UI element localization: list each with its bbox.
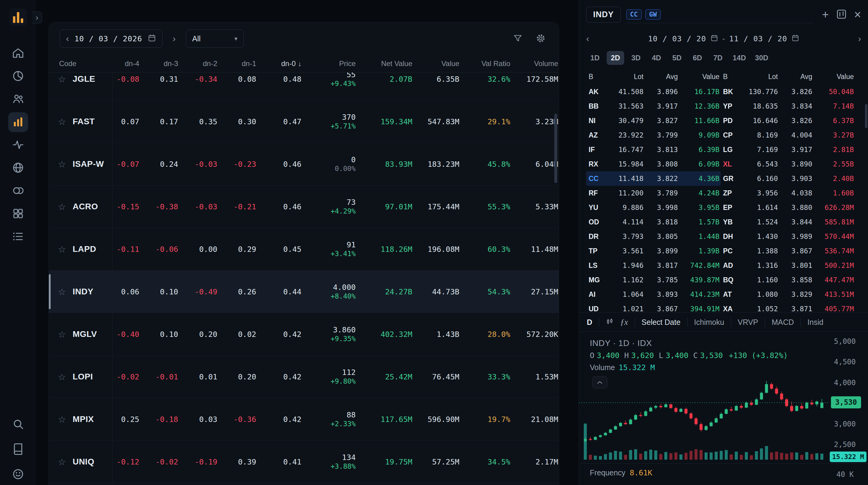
broker-row[interactable]: GR6.1603.9032.40B <box>721 171 855 186</box>
filter-button[interactable] <box>510 31 525 46</box>
sidebar-item-search[interactable] <box>8 415 28 434</box>
broker-row[interactable]: RX15.9843.8086.09B <box>586 157 721 171</box>
indicator-macd[interactable]: MACD <box>772 318 794 327</box>
broker-scrollbar[interactable] <box>865 104 867 128</box>
favorite-star-icon[interactable]: ☆ <box>58 287 66 297</box>
broker-row[interactable]: AD1.3163.801500.21M <box>721 258 855 273</box>
table-row[interactable]: ☆LAPD-0.11-0.060.000.290.4591+3.41%118.2… <box>49 228 559 270</box>
broker-row[interactable]: UD1.0213.867394.91M <box>586 302 721 312</box>
calendar-icon[interactable] <box>792 34 799 43</box>
range-prev-button[interactable]: ‹ <box>586 34 589 43</box>
favorite-star-icon[interactable]: ☆ <box>58 201 66 212</box>
table-row[interactable]: ☆MGLV-0.400.100.200.020.423.860+9.35%402… <box>49 313 559 355</box>
table-row[interactable]: ☆FAST0.070.170.350.300.47370+5.71%159.34… <box>49 101 559 143</box>
favorite-star-icon[interactable]: ☆ <box>58 116 66 127</box>
close-icon[interactable]: × <box>854 8 861 21</box>
favorite-star-icon[interactable]: ☆ <box>58 74 66 84</box>
broker-row[interactable]: MG1.1623.785439.87M <box>586 273 721 287</box>
broker-row[interactable]: CP8.1694.0043.27B <box>721 128 855 142</box>
broker-row[interactable]: CC11.4183.8224.36B <box>586 171 721 186</box>
broker-row[interactable]: DH1.4303.989570.44M <box>721 229 855 244</box>
vertical-scrollbar[interactable] <box>554 114 557 183</box>
broker-row[interactable]: XA1.0523.871405.77M <box>721 302 855 312</box>
select-date-button[interactable]: Select Date <box>642 318 681 327</box>
app-logo[interactable] <box>9 8 27 26</box>
broker-row[interactable]: TP3.5613.8991.39B <box>586 244 721 258</box>
column-header-dn-3[interactable]: dn-3 <box>140 59 179 68</box>
column-header-dn-2[interactable]: dn-2 <box>179 59 218 68</box>
calendar-icon[interactable] <box>710 34 718 43</box>
broker-tag-input[interactable]: CCGW <box>626 6 814 23</box>
sidebar-item-docs[interactable] <box>8 439 28 459</box>
sidebar-expand-button[interactable]: › <box>32 11 42 24</box>
broker-tag-cc[interactable]: CC <box>626 9 642 20</box>
table-row[interactable]: ☆MPIX0.25-0.180.03-0.360.4288+2.33%117.6… <box>49 398 559 441</box>
range-6d[interactable]: 6D <box>689 51 706 65</box>
sidebar-item-portfolio[interactable] <box>8 66 28 86</box>
column-header-value[interactable]: Value <box>413 59 460 68</box>
indicator-vrvp[interactable]: VRVP <box>738 318 758 327</box>
collapse-legend-button[interactable] <box>592 376 607 389</box>
symbol-input[interactable]: INDY <box>586 7 621 23</box>
favorite-star-icon[interactable]: ☆ <box>58 457 66 467</box>
column-header-dn-1[interactable]: dn-1 <box>218 59 257 68</box>
broker-row[interactable]: LS1.9463.817742.84M <box>586 258 721 273</box>
table-row[interactable]: ☆UNIQ-0.12-0.02-0.190.390.41134+3.88%19.… <box>49 441 559 483</box>
favorite-star-icon[interactable]: ☆ <box>58 244 66 255</box>
broker-row[interactable]: PC1.3883.867536.74M <box>721 244 855 258</box>
interval-select[interactable]: D <box>587 318 592 327</box>
broker-row[interactable]: BK130.7763.82650.04B <box>721 84 855 99</box>
candlestick-style-icon[interactable] <box>606 318 614 327</box>
broker-row[interactable]: BB31.5633.91712.36B <box>586 99 721 113</box>
range-14d[interactable]: 14D <box>730 51 749 65</box>
indicator-insid[interactable]: Insid <box>807 318 824 327</box>
broker-row[interactable]: IF16.7473.8136.39B <box>586 142 721 157</box>
sidebar-item-global[interactable] <box>8 158 28 178</box>
broker-row[interactable]: AT1.0803.829413.51M <box>721 287 855 302</box>
broker-row[interactable]: BQ1.1603.858447.47M <box>721 273 855 287</box>
range-2d[interactable]: 2D <box>607 51 624 65</box>
broker-row[interactable]: RF11.2003.7894.24B <box>586 186 721 200</box>
column-header-dn-0[interactable]: dn-0↓ <box>257 59 302 68</box>
table-row[interactable]: ☆INDY0.060.10-0.490.260.444.000+8.40%24.… <box>49 270 559 313</box>
range-4d[interactable]: 4D <box>648 51 665 65</box>
date-picker[interactable]: ‹ 10 / 03 / 2026 <box>60 30 162 48</box>
broker-row[interactable]: PD16.6463.8266.37B <box>721 113 855 128</box>
favorite-star-icon[interactable]: ☆ <box>58 329 66 340</box>
broker-row[interactable]: LG7.1693.9172.81B <box>721 142 855 157</box>
favorite-star-icon[interactable]: ☆ <box>58 414 66 425</box>
add-button[interactable]: + <box>822 9 829 20</box>
broker-tag-gw[interactable]: GW <box>645 9 661 20</box>
sidebar-item-grid[interactable] <box>8 204 28 224</box>
prev-date-button[interactable]: ‹ <box>66 34 69 43</box>
table-row[interactable]: ☆JGLE-0.080.31-0.340.080.4855+9.43%2.07B… <box>49 73 559 101</box>
board-filter-select[interactable]: All ▾ <box>186 30 244 48</box>
sidebar-item-activity[interactable] <box>8 135 28 155</box>
sidebar-item-screener[interactable] <box>8 112 28 132</box>
broker-row[interactable]: YP18.6353.8347.14B <box>721 99 855 113</box>
sidebar-item-watchlist[interactable] <box>8 227 28 247</box>
broker-row[interactable]: ZP3.9564.0381.60B <box>721 186 855 200</box>
broker-row[interactable]: EP1.6143.880626.28M <box>721 200 855 215</box>
column-header-net-value[interactable]: Net Value <box>356 59 413 68</box>
column-header-val-ratio[interactable]: Val Ratio <box>460 59 511 68</box>
broker-row[interactable]: YU9.8863.9983.95B <box>586 200 721 215</box>
price-axis[interactable]: 5,0004,5004,0003,0002,5003,53015.322 M <box>829 332 868 485</box>
column-header-volume[interactable]: Volume <box>511 59 559 68</box>
table-row[interactable]: ☆ACRO-0.15-0.38-0.03-0.210.4673+4.29%97.… <box>49 186 559 228</box>
favorite-star-icon[interactable]: ☆ <box>58 372 66 382</box>
broker-row[interactable]: OD4.1143.8181.57B <box>586 215 721 229</box>
range-5d[interactable]: 5D <box>668 51 686 65</box>
column-header-price[interactable]: Price <box>302 59 356 68</box>
next-date-button[interactable]: › <box>173 34 176 43</box>
column-header-code[interactable]: Code <box>49 59 113 68</box>
chart-view-button[interactable] <box>836 9 847 21</box>
indicator-ichimoku[interactable]: Ichimoku <box>694 318 724 327</box>
range-1d[interactable]: 1D <box>586 51 604 65</box>
sidebar-item-coins[interactable] <box>8 181 28 201</box>
table-row[interactable]: ☆ISAP-W-0.070.24-0.03-0.230.4600.00%83.9… <box>49 143 559 186</box>
favorite-star-icon[interactable]: ☆ <box>58 159 66 170</box>
broker-row[interactable]: AI1.0643.893414.23M <box>586 287 721 302</box>
sidebar-item-community[interactable] <box>8 89 28 109</box>
column-header-dn-4[interactable]: dn-4 <box>113 59 140 68</box>
